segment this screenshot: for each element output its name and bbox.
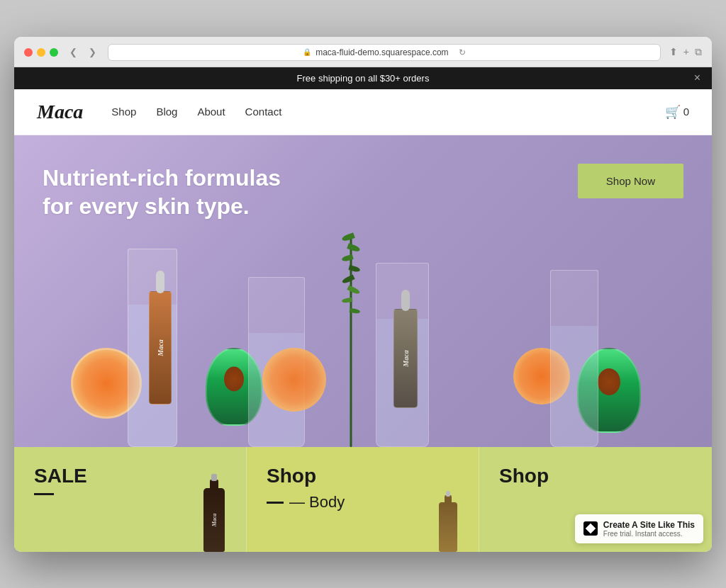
back-button[interactable]: ❮ bbox=[67, 45, 80, 59]
body-product-thumb bbox=[439, 502, 457, 552]
ss-text: Create A Site Like This Free trial. Inst… bbox=[603, 520, 695, 538]
squarespace-logo bbox=[583, 521, 598, 536]
lock-icon: 🔒 bbox=[303, 48, 311, 56]
cart-count: 0 bbox=[683, 106, 689, 118]
announcement-text: Free shipping on all $30+ orders bbox=[297, 73, 430, 84]
orange-center bbox=[262, 348, 326, 412]
cart-icon: 🛒 bbox=[665, 104, 681, 120]
ss-sub-text: Free trial. Instant access. bbox=[603, 530, 695, 538]
shop-third-title: Shop bbox=[499, 464, 692, 488]
cart-button[interactable]: 🛒 0 bbox=[665, 104, 689, 120]
bottle-1: Maca bbox=[149, 291, 172, 405]
browser-window: ❮ ❯ 🔒 maca-fluid-demo.squarespace.com ↻ … bbox=[14, 37, 712, 552]
nav-about[interactable]: About bbox=[197, 106, 225, 118]
sale-dash bbox=[34, 493, 54, 495]
hero-content: Nutrient-rich formulas for every skin ty… bbox=[43, 164, 312, 220]
nav-contact[interactable]: Contact bbox=[245, 106, 282, 118]
squarespace-badge[interactable]: Create A Site Like This Free trial. Inst… bbox=[575, 514, 703, 543]
announcement-bar: Free shipping on all $30+ orders × bbox=[14, 67, 712, 89]
glass-4 bbox=[550, 270, 598, 447]
shop-third-section[interactable]: Shop Create A Site Like This Free trial.… bbox=[479, 447, 712, 552]
shop-now-button[interactable]: Shop Now bbox=[578, 164, 683, 198]
minimize-button[interactable] bbox=[37, 48, 45, 57]
nav-shop[interactable]: Shop bbox=[111, 106, 136, 118]
nav-blog[interactable]: Blog bbox=[156, 106, 177, 118]
forward-button[interactable]: ❯ bbox=[86, 45, 99, 59]
sale-section[interactable]: SALE Maca bbox=[14, 447, 247, 552]
browser-chrome: ❮ ❯ 🔒 maca-fluid-demo.squarespace.com ↻ … bbox=[14, 37, 712, 67]
navigation: Maca Shop Blog About Contact 🛒 0 bbox=[14, 89, 712, 135]
nav-links: Shop Blog About Contact bbox=[111, 106, 664, 118]
browser-controls: ❮ ❯ bbox=[67, 45, 99, 59]
tabs-button[interactable]: ⧉ bbox=[695, 46, 702, 58]
herb-sprig bbox=[340, 220, 362, 447]
close-button[interactable] bbox=[24, 48, 33, 57]
shop-body-section[interactable]: Shop — Body bbox=[247, 447, 479, 552]
bottom-sections: SALE Maca Shop — Body bbox=[14, 447, 712, 552]
traffic-lights bbox=[24, 48, 58, 57]
browser-actions: ⬆ + ⧉ bbox=[669, 46, 702, 58]
sale-title: SALE bbox=[34, 464, 226, 488]
bottle-2: Maca bbox=[393, 309, 418, 408]
hero-section: Maca bbox=[14, 135, 712, 447]
maximize-button[interactable] bbox=[50, 48, 58, 57]
refresh-button[interactable]: ↻ bbox=[459, 47, 466, 57]
hero-title: Nutrient-rich formulas for every skin ty… bbox=[43, 164, 312, 220]
sale-product-thumb: Maca bbox=[203, 488, 225, 552]
body-subtitle: — Body bbox=[289, 493, 345, 511]
address-bar[interactable]: 🔒 maca-fluid-demo.squarespace.com ↻ bbox=[108, 44, 661, 61]
body-dash bbox=[267, 502, 284, 504]
ss-main-text: Create A Site Like This bbox=[603, 520, 695, 530]
site-logo[interactable]: Maca bbox=[37, 101, 83, 123]
url-text: maca-fluid-demo.squarespace.com bbox=[315, 47, 448, 57]
share-button[interactable]: ⬆ bbox=[669, 46, 678, 58]
shop-body-title: Shop bbox=[267, 464, 459, 488]
new-tab-button[interactable]: + bbox=[683, 46, 689, 58]
announcement-close-button[interactable]: × bbox=[694, 72, 700, 84]
